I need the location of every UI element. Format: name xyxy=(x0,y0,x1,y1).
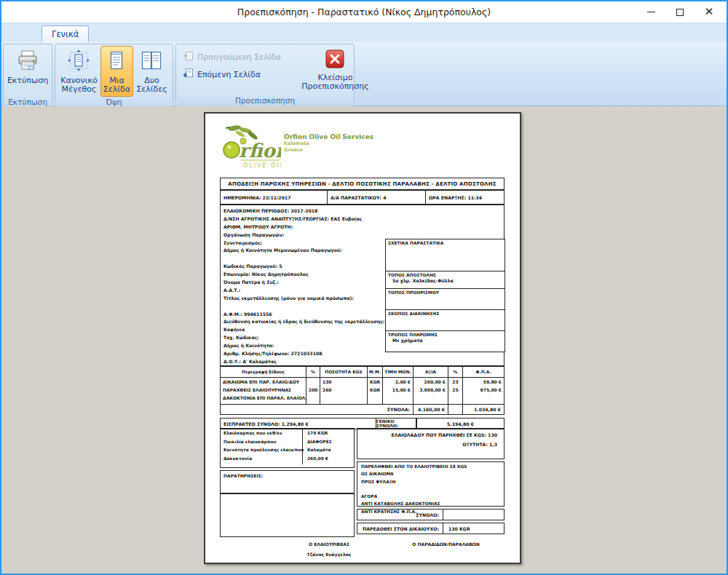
table-column: 2325 xyxy=(448,378,463,405)
info-line: Όνομα Πατέρα ή Συζ.: xyxy=(223,279,380,288)
info-line: Συνεταιρισμός: xyxy=(223,240,380,248)
close-button[interactable]: ✕ xyxy=(695,1,724,23)
stat-row: Δακοκτονία260,00 € xyxy=(221,456,354,465)
table-cell xyxy=(383,395,413,403)
table-column: 260,00 €3.900,00 € xyxy=(414,378,448,405)
table-cell: 975,00 € xyxy=(463,387,504,395)
shipping-box-title: ΤΟΠΟΣ ΑΠΟΣΤΟΛΗΣ xyxy=(386,271,505,277)
shipping-box: ΤΡΟΠΟΣ ΠΛΗΡΩΜΗΣΜε χρήματα xyxy=(385,330,505,352)
table-cell xyxy=(463,395,504,403)
preview-window: Προεπισκόπηση - Παραστατικό (Νίκος Δημητ… xyxy=(0,0,728,575)
table-cell xyxy=(414,395,448,403)
column-header: ΤΙΜΗ ΜΟΝ. xyxy=(383,366,414,378)
normal-size-label: Κανονικό Μέγεθος xyxy=(60,76,98,95)
table-column: 130260 xyxy=(320,378,368,405)
window-controls: ✕ xyxy=(636,1,724,23)
table-cell: 59,80 € xyxy=(463,379,504,387)
stat-label: Κοινότητα προέλευσης ελαιο/που xyxy=(221,448,302,456)
next-page-label: Επόμενη Σελίδα xyxy=(197,70,261,79)
info-line: Οργάνωση Παραγωγών: xyxy=(223,232,380,240)
table-cell xyxy=(448,395,462,403)
table-column: ΔΙΚΑΙΩΜΑ ΕΠΙ ΠΑΡ. ΕΛΑΙΟ/ΔΟΥΠΑΡΑΧΘΕΙΣ ΕΛΑ… xyxy=(220,378,306,405)
info-line: Δήμος ή Κοινότητα: xyxy=(223,343,380,351)
received-line: ΠΡΟΣ ΦΥΛΑΞΗ xyxy=(361,480,504,487)
printer-icon xyxy=(16,49,39,75)
remarks-box: ΠΑΡΑΤΗΡΗΣΕΙΣ: xyxy=(220,470,355,493)
document-header-row: ΗΜΕΡΟΜΗΝΙΑ: 22/11/2017Α/Α ΠΑΡΑΣΤΑΤΙΚΟΥ: … xyxy=(220,190,505,205)
normal-size-icon xyxy=(67,49,90,75)
oil-produced-box: ΕΛΑΙΟΛΑΔΟΥ ΠΟΥ ΠΑΡΗΧΘΕΙ ΣΕ KGS: 130 ΟΞΥΤ… xyxy=(357,428,505,459)
received-line: ΠΑΡΕΛΗΦΘΕΙ ΑΠΟ ΤΟ ΕΛΑΙΟΤΡΙΒΕΙΟ ΣΕ KGS xyxy=(361,464,504,472)
signature-name: Τζάνος Ευάγγελος xyxy=(282,552,376,557)
table-cell: ΔΙΚΑΙΩΜΑ ΕΠΙ ΠΑΡ. ΕΛΑΙΟ/ΔΟΥ xyxy=(221,379,306,387)
company-country: Greece xyxy=(284,147,373,154)
table-cell: ΠΑΡΑΧΘΕΙΣ ΕΛΑΙΟΠΥΡΗΝΑΣ xyxy=(221,387,306,395)
table-cell: 3.900,00 € xyxy=(414,387,448,395)
empty-box xyxy=(220,493,355,537)
table-cell: 2,00 € xyxy=(383,379,413,387)
oil-produced-line: ΕΛΑΙΟΛΑΔΟΥ ΠΟΥ ΠΑΡΗΧΘΕΙ ΣΕ KGS: 130 xyxy=(357,432,497,442)
title-bar: Προεπισκόπηση - Παραστατικό (Νίκος Δημητ… xyxy=(1,1,727,23)
info-line: Επωνυμία: Νίκος Δημητρόπουλος xyxy=(223,271,380,279)
signature-mill: Ο ΕΛΑΙΟΤΡΙΒΕΑΣ xyxy=(282,542,376,547)
totals-value: 4.160,00 € xyxy=(414,404,448,415)
sum-row: ΣΥΝΟΛΟ: xyxy=(357,509,505,520)
previous-page-button[interactable]: Προηγούμενη Σελίδα xyxy=(183,50,281,63)
table-cell: 25 xyxy=(448,387,462,395)
info-line: Διεύθυνση κατοικίας ή έδρας ή διεύθυνσης… xyxy=(223,319,380,327)
close-preview-button[interactable]: Κλείσιμο Προεπισκόπησης xyxy=(298,46,371,94)
maximize-button[interactable] xyxy=(665,1,695,23)
info-line: Κωδικός Παραγωγού: 5 xyxy=(223,263,380,271)
table-cell xyxy=(306,395,320,403)
shipping-boxes: ΣΧΕΤΙΚΑ ΠΑΡΑΣΤΑΤΙΚΑΤΟΠΟΣ ΑΠΟΣΤΟΛΗΣ5ο χλμ… xyxy=(385,239,505,352)
shipping-box: ΤΟΠΟΣ ΠΡΟΟΡΙΣΜΟΥ xyxy=(385,288,505,310)
one-page-button[interactable]: Μια Σελίδα xyxy=(100,46,133,97)
company-block: Orfion Olive Oil Services Kalamata Greec… xyxy=(284,133,373,154)
print-button[interactable]: Εκτύπωση xyxy=(5,46,50,97)
tab-general[interactable]: Γενικά xyxy=(41,25,89,42)
table-cell xyxy=(368,395,382,403)
ribbon-group-view: Κανονικό Μέγεθος Μια Σελίδα xyxy=(55,44,173,103)
info-line: Αριθμ. Κλήσης/Τηλέφωνο: 2721033108 xyxy=(223,351,380,359)
table-cell xyxy=(306,379,320,387)
minimize-icon xyxy=(647,12,655,12)
shipping-box-title: ΣΧΕΤΙΚΑ ΠΑΡΑΣΤΑΤΙΚΑ xyxy=(386,239,505,245)
column-header: Μ.Μ. xyxy=(368,366,383,378)
company-name: Orfion Olive Oil Services xyxy=(284,133,373,140)
logo-subtext: OLIVE OIL xyxy=(243,162,281,169)
info-line: Α.Φ.Μ.: 994611556 xyxy=(223,312,380,320)
column-header: ΑΞΙΑ xyxy=(414,366,448,378)
info-line: Δ/ΝΣΗ ΑΓΡΟΤΙΚΗΣ ΑΝΑΠΤΥΞΗΣ/ΓΕΩΡΓΙΑΣ: ΕΑΣ … xyxy=(223,216,380,224)
column-header: Φ.Π.Α. xyxy=(463,366,505,378)
shipping-box-title: ΣΚΟΠΟΣ ΔΙΑΚΙΝΗΣΗΣ xyxy=(386,310,505,316)
preview-group-label: Προεπισκόπηση xyxy=(176,95,354,106)
table-column: 200 xyxy=(306,378,320,405)
info-line: ΕΛΑΙΟΚΟΜΙΚΗ ΠΕΡΙΟΔΟΣ: 2017-2018 xyxy=(223,208,380,216)
table-cell: 200 xyxy=(306,387,320,395)
normal-size-button[interactable]: Κανονικό Μέγεθος xyxy=(58,46,100,97)
remarks-label: ΠΑΡΑΤΗΡΗΣΕΙΣ: xyxy=(221,471,354,478)
ribbon-group-print: Εκτύπωση Εκτύπωση xyxy=(3,44,52,103)
info-line xyxy=(223,304,380,312)
olive-branch-icon: rfion OLIVE OIL xyxy=(221,124,281,172)
table-cell: 130 xyxy=(320,379,367,387)
table-column: 59,80 €975,00 € xyxy=(463,378,505,405)
next-page-button[interactable]: Επόμενη Σελίδα xyxy=(183,68,281,81)
producer-info-box: ΕΛΑΙΟΚΟΜΙΚΗ ΠΕΡΙΟΔΟΣ: 2017-2018Δ/ΝΣΗ ΑΓΡ… xyxy=(220,205,505,366)
ribbon-group-preview: Προηγούμενη Σελίδα Επόμενη Σελίδα xyxy=(175,44,355,103)
stat-label: Ποικιλία ελαιοκάρπου xyxy=(221,440,302,448)
print-button-label: Εκτύπωση xyxy=(7,76,48,95)
close-preview-icon xyxy=(325,49,345,72)
previous-page-icon xyxy=(183,50,194,63)
close-preview-label: Κλείσιμο Προεπισκόπησης xyxy=(301,74,368,92)
minimize-button[interactable] xyxy=(636,1,665,23)
two-pages-button[interactable]: Δυο Σελίδες xyxy=(133,46,170,97)
signature-receiver: Ο ΠΑΡΑΔΙΔΩΝ/ΠΑΡΑΛΑΒΩΝ xyxy=(386,542,506,547)
header-cell: ΩΡΑ ΕΝΑΡΞΗΣ: 11:34 xyxy=(426,190,505,205)
stat-label: Δακοκτονία xyxy=(221,456,302,465)
shipping-box: ΣΧΕΤΙΚΑ ΠΑΡΑΣΤΑΤΙΚΑ xyxy=(385,239,505,271)
info-line: Ταχ. Κώδικας: xyxy=(223,335,380,343)
info-line: Δήμος ή Κοινότητα Μεμονωμένου Παραγωγού: xyxy=(223,247,380,255)
two-pages-icon xyxy=(140,49,163,75)
column-header: % xyxy=(306,366,320,378)
